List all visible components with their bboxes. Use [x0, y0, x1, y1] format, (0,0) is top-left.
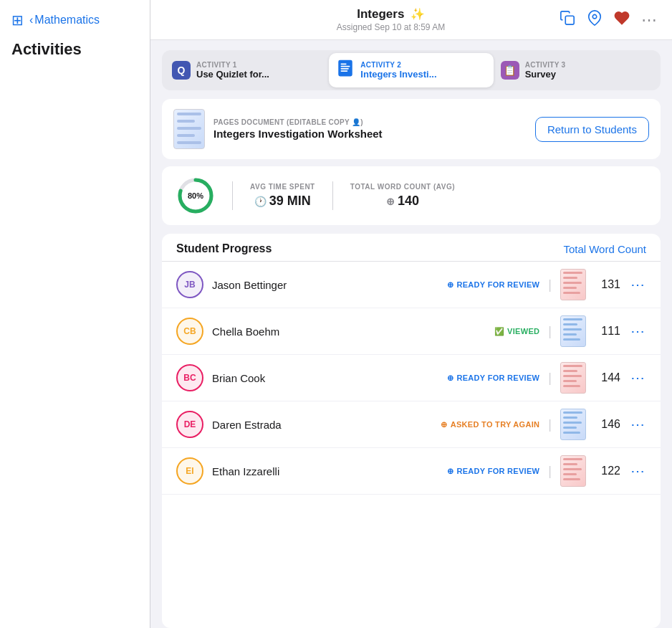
tab-1-info: ACTIVITY 1 Use Quizlet for...: [196, 61, 269, 80]
document-thumbnail: [173, 109, 205, 149]
activities-tabs: Q ACTIVITY 1 Use Quizlet for...: [162, 50, 661, 90]
header-subtitle: Assigned Sep 10 at 8:59 AM: [222, 22, 560, 32]
student-status-area: ⊕ READY FOR REVIEW | 144 ⋯: [314, 362, 646, 394]
separator: |: [548, 277, 552, 292]
student-list: JB Jason Bettinger ⊕ READY FOR REVIEW | …: [162, 262, 661, 495]
pages-icon: [336, 59, 355, 82]
student-name: Daren Estrada: [212, 419, 305, 431]
thumb-line-5: [177, 141, 201, 144]
student-avatar: BC: [176, 364, 203, 391]
sparkle-icon: ✨: [411, 8, 425, 20]
word-count-value: 131: [595, 278, 620, 291]
document-name: Integers Investigation Worksheet: [213, 128, 383, 140]
student-status-area: ⊕ READY FOR REVIEW | 122 ⋯: [314, 455, 646, 487]
more-options-button[interactable]: ⋯: [629, 462, 646, 480]
avg-time-stat: AVG TIME SPENT 🕐 39 MIN: [250, 183, 315, 209]
heart-icon[interactable]: [614, 10, 630, 29]
student-doc-thumbnail[interactable]: [560, 409, 586, 440]
avg-time-label: AVG TIME SPENT: [250, 183, 315, 191]
separator: |: [548, 464, 552, 479]
thumb-line-1: [177, 113, 201, 115]
student-row: DE Daren Estrada ⊕ ASKED TO TRY AGAIN | …: [162, 401, 661, 448]
progress-header-title: Student Progress: [176, 242, 272, 255]
student-doc-thumbnail[interactable]: [560, 362, 586, 394]
word-count-value: 122: [595, 465, 620, 477]
activities-heading: Activities: [0, 29, 150, 59]
main-content: Integers ✨ Assigned Sep 10 at 8:59 AM: [150, 0, 672, 628]
avg-time-value: 🕐 39 MIN: [254, 194, 311, 209]
tab-2-info: ACTIVITY 2 Integers Investi...: [360, 61, 436, 80]
student-name: Brian Cook: [212, 372, 305, 384]
status-badge: ⊕ ASKED TO TRY AGAIN: [441, 420, 539, 429]
svg-rect-0: [565, 16, 574, 24]
word-count-stat: TOTAL WORD COUNT (AVG) ⊕ 140: [350, 183, 455, 209]
more-options-button[interactable]: ⋯: [629, 276, 646, 293]
separator: |: [548, 417, 552, 432]
status-icon: ⊕: [447, 280, 453, 290]
student-avatar: EI: [176, 457, 203, 485]
stats-bar: 80% AVG TIME SPENT 🕐 39 MIN TOTAL WORD C…: [162, 166, 661, 225]
status-badge: ⊕ READY FOR REVIEW: [447, 467, 539, 476]
more-options-button[interactable]: ⋯: [629, 369, 646, 386]
stats-divider-2: [332, 181, 333, 210]
word-count-column-header: Total Word Count: [563, 243, 646, 255]
copy-icon[interactable]: [560, 10, 575, 29]
document-section: PAGES DOCUMENT (EDITABLE COPY 👤) Integer…: [162, 99, 661, 159]
tab-3-number: ACTIVITY 3: [525, 61, 566, 69]
word-count-value: 111: [595, 325, 620, 338]
activities-section: Q ACTIVITY 1 Use Quizlet for...: [150, 40, 672, 90]
document-info: PAGES DOCUMENT (EDITABLE COPY 👤) Integer…: [173, 109, 383, 149]
document-title-area: PAGES DOCUMENT (EDITABLE COPY 👤) Integer…: [213, 118, 383, 140]
activity-tab-2[interactable]: ACTIVITY 2 Integers Investi...: [329, 53, 493, 87]
student-doc-thumbnail[interactable]: [560, 455, 586, 487]
header-center: Integers ✨ Assigned Sep 10 at 8:59 AM: [222, 7, 560, 32]
activity-tab-3[interactable]: 📋 ACTIVITY 3 Survey: [494, 53, 658, 87]
tab-2-number: ACTIVITY 2: [360, 61, 436, 69]
more-options-button[interactable]: ⋯: [629, 416, 646, 433]
student-row: BC Brian Cook ⊕ READY FOR REVIEW | 144 ⋯: [162, 355, 661, 401]
vertical-divider: [150, 0, 150, 628]
word-count-value: 144: [595, 371, 620, 384]
status-badge: ✅ VIEWED: [494, 327, 540, 336]
more-options-button[interactable]: ⋯: [629, 323, 646, 340]
student-status-area: ⊕ READY FOR REVIEW | 131 ⋯: [314, 269, 646, 300]
stats-divider-1: [232, 181, 233, 210]
student-name: Ethan Izzarelli: [212, 465, 305, 477]
status-icon: ⊕: [441, 420, 447, 429]
separator: |: [548, 371, 552, 386]
thumb-line-2: [177, 120, 195, 123]
back-navigation[interactable]: ‹ Mathematics: [29, 14, 100, 27]
quizlet-icon: Q: [172, 61, 191, 80]
thumb-line-4: [177, 134, 195, 137]
student-avatar: JB: [176, 271, 203, 298]
student-name: Chella Boehm: [212, 325, 305, 338]
student-avatar: DE: [176, 411, 203, 438]
student-status-area: ✅ VIEWED | 111 ⋯: [314, 315, 646, 347]
student-status-area: ⊕ ASKED TO TRY AGAIN | 146 ⋯: [314, 409, 646, 440]
status-icon: ✅: [494, 327, 504, 336]
word-count-label: TOTAL WORD COUNT (AVG): [350, 183, 455, 191]
progress-circle: 80%: [176, 176, 215, 215]
tab-1-name: Use Quizlet for...: [196, 69, 269, 80]
student-doc-thumbnail[interactable]: [560, 269, 586, 300]
page-header: Integers ✨ Assigned Sep 10 at 8:59 AM: [150, 0, 672, 40]
document-type: PAGES DOCUMENT (EDITABLE COPY 👤): [213, 118, 383, 126]
more-icon[interactable]: ⋯: [641, 11, 658, 29]
header-icons: ⋯: [560, 10, 658, 29]
svg-rect-6: [341, 70, 348, 72]
sidebar-toggle-icon[interactable]: ⊞: [11, 11, 24, 29]
status-badge: ⊕ READY FOR REVIEW: [447, 280, 539, 290]
status-icon: ⊕: [447, 374, 453, 383]
activity-tab-1[interactable]: Q ACTIVITY 1 Use Quizlet for...: [165, 53, 329, 87]
pin-icon[interactable]: [587, 10, 603, 29]
return-to-students-button[interactable]: Return to Students: [535, 117, 649, 142]
tab-3-info: ACTIVITY 3 Survey: [525, 61, 566, 80]
student-doc-thumbnail[interactable]: [560, 315, 586, 347]
svg-rect-4: [341, 66, 350, 67]
word-count-value: 146: [595, 418, 620, 431]
tab-3-name: Survey: [525, 69, 566, 80]
svg-point-1: [592, 14, 597, 19]
clock-icon: 🕐: [254, 196, 267, 207]
sidebar-header: ⊞ ‹ Mathematics: [0, 0, 150, 29]
student-avatar: CB: [176, 318, 203, 345]
